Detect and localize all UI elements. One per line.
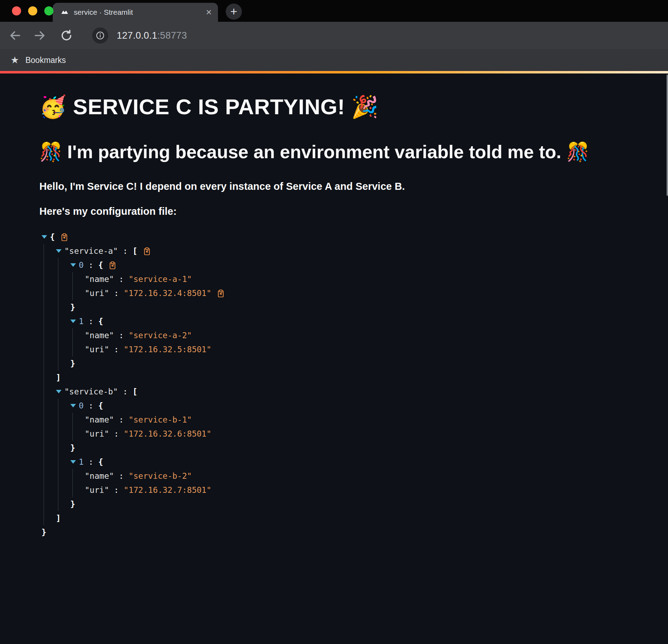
json-leaf-row: "uri" : "172.16.32.5:8501" <box>85 342 626 356</box>
json-colon: : <box>114 471 129 481</box>
minimize-window-button[interactable] <box>28 6 37 15</box>
collapse-caret-icon[interactable] <box>70 320 76 323</box>
copy-to-clipboard-icon[interactable] <box>60 233 69 242</box>
json-array-index: 0 <box>79 260 84 270</box>
copy-to-clipboard-icon[interactable] <box>108 261 117 270</box>
json-node: {"service-a" : [0 : {"name" : "service-a… <box>41 230 626 539</box>
json-close-bracket: ] <box>56 514 61 523</box>
window-controls <box>12 6 53 15</box>
close-window-button[interactable] <box>12 6 21 15</box>
json-key: "uri" <box>85 289 109 298</box>
collapse-caret-icon[interactable] <box>56 390 62 393</box>
url-text[interactable]: 127.0.0.1:58773 <box>117 30 187 41</box>
json-leaf-row: "name" : "service-a-1" <box>85 272 626 286</box>
json-colon: : <box>109 289 124 298</box>
config-file-label: Here's my configuration file: <box>39 206 626 217</box>
page-title: 🥳 SERVICE C IS PARTYING! 🎉 <box>39 94 626 120</box>
json-close-row: } <box>70 441 626 455</box>
json-row: "service-a" : [ <box>56 244 626 258</box>
app-main: 🥳 SERVICE C IS PARTYING! 🎉 🎊 I'm partyin… <box>0 73 668 644</box>
json-array-index: 1 <box>79 457 84 466</box>
json-row: 1 : { <box>70 455 626 469</box>
json-colon: : <box>114 275 129 284</box>
url-port: :58773 <box>157 30 187 41</box>
json-colon: : <box>84 260 98 270</box>
json-string-value: "service-b-2" <box>129 471 192 481</box>
json-children: "name" : "service-a-1""uri" : "172.16.32… <box>72 272 626 300</box>
json-row: { <box>41 230 626 244</box>
collapse-caret-icon[interactable] <box>70 263 76 267</box>
json-node: 1 : {"name" : "service-b-2""uri" : "172.… <box>70 455 626 511</box>
json-close-bracket: } <box>70 303 75 312</box>
reload-button-icon[interactable] <box>60 29 73 42</box>
bookmarks-star-icon[interactable]: ★ <box>11 56 19 65</box>
json-colon: : <box>84 317 98 326</box>
json-key: "service-b" <box>64 387 118 396</box>
json-string-value: "172.16.32.4:8501" <box>124 289 211 298</box>
json-close-row: } <box>70 497 626 511</box>
json-children: "name" : "service-b-1""uri" : "172.16.32… <box>72 413 626 441</box>
json-viewer: {"service-a" : [0 : {"name" : "service-a… <box>41 230 626 539</box>
copy-to-clipboard-icon[interactable] <box>142 247 152 256</box>
browser-tab[interactable]: service · Streamlit × <box>53 3 218 22</box>
json-close-row: ] <box>56 371 626 385</box>
zoom-window-button[interactable] <box>44 6 53 15</box>
json-leaf-row: "name" : "service-b-2" <box>85 469 626 483</box>
json-key: "name" <box>85 415 114 424</box>
json-key: "service-a" <box>64 246 118 256</box>
copy-to-clipboard-icon[interactable] <box>216 289 225 298</box>
json-array-index: 1 <box>79 317 84 326</box>
json-open-bracket: { <box>98 457 103 466</box>
json-string-value: "172.16.32.7:8501" <box>124 485 211 495</box>
json-open-bracket: { <box>50 232 55 242</box>
close-tab-icon[interactable]: × <box>206 7 212 17</box>
json-array-index: 0 <box>79 401 84 410</box>
json-close-bracket: } <box>70 359 75 368</box>
site-info-icon[interactable] <box>92 27 108 44</box>
json-close-row: } <box>70 300 626 314</box>
json-leaf-row: "uri" : "172.16.32.4:8501" <box>85 286 626 300</box>
json-colon: : <box>109 429 124 438</box>
json-close-row: } <box>41 525 626 539</box>
json-open-bracket: { <box>98 317 103 326</box>
json-string-value: "service-b-1" <box>129 415 192 424</box>
json-node: 0 : {"name" : "service-b-1""uri" : "172.… <box>70 399 626 455</box>
collapse-caret-icon[interactable] <box>70 404 76 407</box>
json-node: "service-b" : [0 : {"name" : "service-b-… <box>56 385 626 525</box>
json-close-bracket: ] <box>56 373 61 382</box>
json-colon: : <box>118 246 133 256</box>
json-close-bracket: } <box>70 443 75 452</box>
scrollbar-thumb[interactable] <box>667 75 668 196</box>
streamlit-decoration-line <box>0 71 668 73</box>
json-string-value: "service-a-1" <box>129 275 192 284</box>
json-leaf-row: "uri" : "172.16.32.6:8501" <box>85 427 626 441</box>
collapse-caret-icon[interactable] <box>70 460 76 464</box>
json-node: 1 : {"name" : "service-a-2""uri" : "172.… <box>70 314 626 371</box>
json-open-bracket: { <box>98 401 103 410</box>
json-children: "name" : "service-a-2""uri" : "172.16.32… <box>72 328 626 356</box>
bookmarks-label[interactable]: Bookmarks <box>25 56 66 65</box>
json-open-bracket: { <box>98 260 103 270</box>
json-colon: : <box>84 457 98 466</box>
back-button-icon[interactable] <box>8 29 22 42</box>
collapse-caret-icon[interactable] <box>56 249 62 253</box>
json-key: "uri" <box>85 485 109 495</box>
json-children: "service-a" : [0 : {"name" : "service-a-… <box>44 244 626 525</box>
json-row: "service-b" : [ <box>56 385 626 399</box>
json-colon: : <box>114 331 129 340</box>
intro-text: Hello, I'm Service C! I depend on every … <box>39 181 626 192</box>
json-key: "uri" <box>85 429 109 438</box>
json-row: 0 : { <box>70 399 626 413</box>
forward-button-icon[interactable] <box>33 29 46 42</box>
browser-window: service · Streamlit × + <box>0 0 668 644</box>
json-close-bracket: } <box>41 528 46 537</box>
json-leaf-row: "uri" : "172.16.32.7:8501" <box>85 483 626 497</box>
json-colon: : <box>114 415 129 424</box>
json-colon: : <box>109 345 124 354</box>
address-bar[interactable]: 127.0.0.1:58773 <box>92 27 187 44</box>
json-colon: : <box>109 485 124 495</box>
new-tab-button[interactable]: + <box>226 4 242 20</box>
collapse-caret-icon[interactable] <box>41 235 47 239</box>
json-row: 0 : { <box>70 258 626 272</box>
json-colon: : <box>118 387 133 396</box>
